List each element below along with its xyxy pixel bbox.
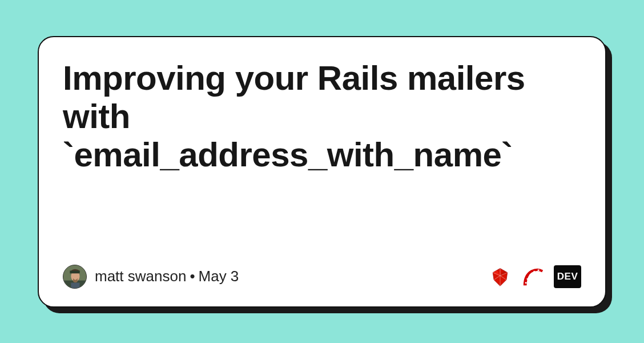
dev-badge-label: DEV: [557, 271, 578, 282]
svg-rect-3: [70, 270, 79, 273]
author-name: matt swanson: [95, 268, 186, 285]
author-avatar: [63, 265, 87, 289]
post-date: May 3: [199, 268, 239, 285]
post-title: Improving your Rails mailers with `email…: [63, 59, 581, 174]
byline-text: matt swanson•May 3: [95, 268, 239, 285]
separator-dot: •: [190, 268, 195, 285]
svg-rect-5: [525, 282, 527, 283]
dev-badge: DEV: [554, 265, 581, 288]
tag-icons: DEV: [488, 264, 581, 289]
byline: matt swanson•May 3: [63, 265, 239, 289]
ruby-icon: [488, 264, 513, 289]
card-footer: matt swanson•May 3: [63, 264, 581, 289]
rails-icon: [521, 264, 546, 289]
svg-rect-9: [537, 269, 539, 271]
card-body: Improving your Rails mailers with `email…: [38, 36, 606, 308]
social-card: Improving your Rails mailers with `email…: [38, 36, 606, 308]
svg-rect-4: [71, 282, 79, 288]
